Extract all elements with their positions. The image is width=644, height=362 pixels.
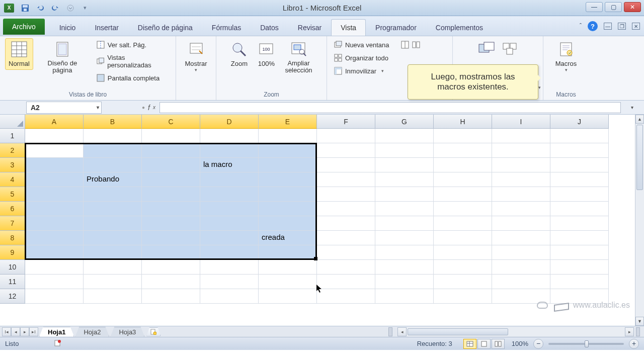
cell-D3[interactable]: la macro: [200, 158, 259, 172]
row-header-3[interactable]: 3: [0, 158, 25, 172]
macro-record-icon[interactable]: [54, 339, 62, 348]
col-header-J[interactable]: J: [550, 115, 609, 129]
formula-input[interactable]: [159, 102, 621, 113]
cell-B8[interactable]: [84, 231, 142, 245]
cell-H10[interactable]: [434, 260, 492, 275]
cell-A10[interactable]: [25, 260, 84, 275]
minimize-ribbon-icon[interactable]: ˆ: [580, 23, 582, 30]
cell-B3[interactable]: [84, 158, 142, 172]
qat-more-icon[interactable]: [66, 4, 74, 12]
macros-button[interactable]: Macros ▾: [552, 38, 581, 75]
cell-B10[interactable]: [84, 260, 142, 275]
cell-A4[interactable]: [25, 172, 84, 187]
normal-view-button[interactable]: Normal: [5, 38, 33, 70]
cell-C1[interactable]: [142, 129, 200, 143]
cell-H2[interactable]: [434, 143, 492, 158]
page-break-preview-button[interactable]: Ver salt. Pág.: [95, 39, 171, 50]
cell-A9[interactable]: [25, 245, 84, 260]
cell-F6[interactable]: [317, 202, 375, 216]
cell-F7[interactable]: [317, 216, 375, 231]
cell-G11[interactable]: [375, 275, 434, 289]
cell-I5[interactable]: [492, 187, 550, 202]
ribbon-tab-datos[interactable]: Datos: [251, 19, 288, 36]
cell-grid[interactable]: la macroProbandocreada: [25, 129, 635, 326]
redo-icon[interactable]: [51, 4, 59, 12]
row-header-12[interactable]: 12: [0, 289, 25, 304]
cell-J5[interactable]: [550, 187, 609, 202]
row-header-11[interactable]: 11: [0, 275, 25, 289]
col-header-F[interactable]: F: [317, 115, 375, 129]
ribbon-tab-complementos[interactable]: Complementos: [426, 19, 493, 36]
cell-G7[interactable]: [375, 216, 434, 231]
cell-I11[interactable]: [492, 275, 550, 289]
cell-H12[interactable]: [434, 289, 492, 304]
cell-C7[interactable]: [142, 216, 200, 231]
col-header-G[interactable]: G: [375, 115, 434, 129]
page-layout-statusbtn[interactable]: [477, 339, 491, 349]
cell-J2[interactable]: [550, 143, 609, 158]
cell-D7[interactable]: [200, 216, 259, 231]
maximize-button[interactable]: ▢: [605, 2, 622, 12]
cell-E11[interactable]: [259, 275, 317, 289]
cell-H9[interactable]: [434, 245, 492, 260]
sheet-tab-hoja2[interactable]: Hoja2: [75, 327, 109, 337]
cell-J8[interactable]: [550, 231, 609, 245]
cell-B1[interactable]: [84, 129, 142, 143]
cell-G4[interactable]: [375, 172, 434, 187]
zoom-out-button[interactable]: −: [533, 339, 543, 349]
cell-F3[interactable]: [317, 158, 375, 172]
ribbon-tab-inicio[interactable]: Inicio: [50, 19, 86, 36]
cell-A7[interactable]: [25, 216, 84, 231]
cell-D2[interactable]: [200, 143, 259, 158]
row-header-7[interactable]: 7: [0, 216, 25, 231]
cell-A2[interactable]: [25, 143, 84, 158]
ribbon-tab-insertar[interactable]: Insertar: [85, 19, 128, 36]
zoom-100-button[interactable]: 100 100%: [254, 38, 278, 77]
cell-B5[interactable]: [84, 187, 142, 202]
sheet-tab-hoja3[interactable]: Hoja3: [110, 327, 144, 337]
col-header-I[interactable]: I: [492, 115, 550, 129]
excel-icon[interactable]: X: [4, 4, 14, 13]
cell-H11[interactable]: [434, 275, 492, 289]
cell-G3[interactable]: [375, 158, 434, 172]
tab-nav-first[interactable]: I◂: [2, 327, 11, 336]
cell-A11[interactable]: [25, 275, 84, 289]
tab-nav-last[interactable]: ▸I: [29, 327, 38, 336]
row-header-8[interactable]: 8: [0, 231, 25, 245]
cell-H1[interactable]: [434, 129, 492, 143]
cell-J4[interactable]: [550, 172, 609, 187]
scroll-right-button[interactable]: ▸: [625, 327, 634, 336]
cell-H5[interactable]: [434, 187, 492, 202]
cell-J10[interactable]: [550, 260, 609, 275]
cell-H4[interactable]: [434, 172, 492, 187]
new-sheet-button[interactable]: [146, 327, 160, 336]
chevron-down-icon[interactable]: ▾: [97, 105, 99, 110]
tab-nav-next[interactable]: ▸: [20, 327, 29, 336]
cell-E6[interactable]: [259, 202, 317, 216]
cell-J7[interactable]: [550, 216, 609, 231]
col-header-E[interactable]: E: [259, 115, 317, 129]
normal-view-statusbtn[interactable]: [463, 339, 476, 349]
row-header-6[interactable]: 6: [0, 202, 25, 216]
hscroll-thumb[interactable]: [408, 328, 508, 335]
cell-C11[interactable]: [142, 275, 200, 289]
cell-E5[interactable]: [259, 187, 317, 202]
cell-G1[interactable]: [375, 129, 434, 143]
switch-windows-icon[interactable]: [478, 41, 495, 55]
cell-A5[interactable]: [25, 187, 84, 202]
cell-E3[interactable]: [259, 158, 317, 172]
cell-F11[interactable]: [317, 275, 375, 289]
cell-F8[interactable]: [317, 231, 375, 245]
row-header-9[interactable]: 9: [0, 245, 25, 260]
ribbon-tab-vista[interactable]: Vista: [331, 19, 366, 36]
sheet-tab-hoja1[interactable]: Hoja1: [39, 327, 74, 337]
cell-I6[interactable]: [492, 202, 550, 216]
zoom-slider[interactable]: [548, 343, 624, 345]
cell-I2[interactable]: [492, 143, 550, 158]
expand-formula-bar-icon[interactable]: ▾: [631, 105, 639, 110]
zoom-in-button[interactable]: +: [629, 339, 639, 349]
cell-I9[interactable]: [492, 245, 550, 260]
cell-B7[interactable]: [84, 216, 142, 231]
tab-nav-prev[interactable]: ◂: [11, 327, 20, 336]
col-header-D[interactable]: D: [200, 115, 259, 129]
